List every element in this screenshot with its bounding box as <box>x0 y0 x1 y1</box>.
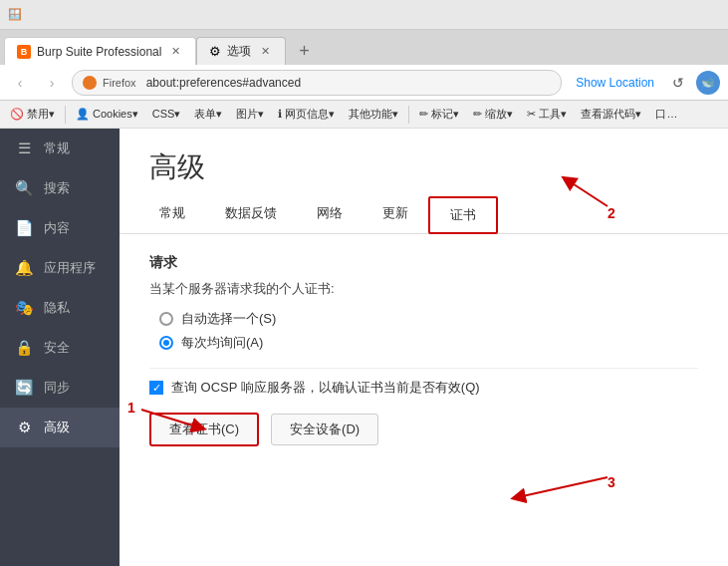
section-subtitle: 当某个服务器请求我的个人证书: <box>149 280 698 298</box>
firefox-icon <box>83 76 97 90</box>
bm-other-label: 其他功能▾ <box>349 107 398 122</box>
sidebar-label-general: 常规 <box>44 140 70 157</box>
tab-settings-close[interactable]: ✕ <box>257 44 273 60</box>
address-url: about:preferences#advanced <box>146 76 552 90</box>
bm-images-label: 图片▾ <box>236 107 264 122</box>
profile-button[interactable]: 🐋 <box>696 71 720 95</box>
bm-cookies-icon: 👤 <box>76 108 90 121</box>
bm-cookies[interactable]: 👤 Cookies▾ <box>70 106 144 123</box>
reload-button[interactable]: ↺ <box>668 73 688 93</box>
sidebar-item-content[interactable]: 📄 内容 <box>0 208 120 248</box>
bm-images[interactable]: 图片▾ <box>230 105 270 124</box>
section-title: 请求 <box>149 254 698 272</box>
section-divider <box>149 368 698 369</box>
bm-cookies-label: Cookies▾ <box>93 108 138 121</box>
sidebar: ☰ 常规 🔍 搜索 📄 内容 🔔 应用程序 🎭 隐私 🔒 安全 🔄 同步 ⚙ <box>0 129 120 566</box>
bm-viewsource[interactable]: 查看源代码▾ <box>575 105 647 124</box>
button-row: 查看证书(C) 安全设备(D) <box>149 413 698 446</box>
bm-forms[interactable]: 表单▾ <box>188 105 228 124</box>
bm-zoom-label: 缩放▾ <box>485 107 513 122</box>
bm-css-label: CSS▾ <box>152 108 181 121</box>
sidebar-item-search[interactable]: 🔍 搜索 <box>0 168 120 208</box>
bm-pageinfo-label: 网页信息▾ <box>285 107 335 122</box>
bm-tools[interactable]: ✂ 工具▾ <box>521 105 573 124</box>
radio-auto-label: 自动选择一个(S) <box>181 310 276 328</box>
radio-ask-circle[interactable] <box>159 336 173 350</box>
tab-burp-label: Burp Suite Professional <box>37 45 161 59</box>
sidebar-item-apps[interactable]: 🔔 应用程序 <box>0 248 120 288</box>
advanced-icon: ⚙ <box>14 418 34 437</box>
bm-more[interactable]: 口… <box>649 105 683 124</box>
search-icon: 🔍 <box>14 178 34 198</box>
tab-update[interactable]: 更新 <box>363 196 428 234</box>
show-location-button[interactable]: Show Location <box>570 74 660 92</box>
sidebar-item-privacy[interactable]: 🎭 隐私 <box>0 288 120 328</box>
bm-more-label: 口… <box>655 107 677 122</box>
radio-auto[interactable]: 自动选择一个(S) <box>159 310 698 328</box>
sidebar-label-advanced: 高级 <box>44 419 70 436</box>
apps-icon: 🔔 <box>14 258 34 278</box>
firefox-label: Firefox <box>103 77 136 89</box>
sidebar-item-sync[interactable]: 🔄 同步 <box>0 368 120 408</box>
bm-mark[interactable]: ✏ 标记▾ <box>413 105 465 124</box>
title-bar: 🪟 <box>0 0 728 30</box>
forward-button[interactable]: › <box>40 71 64 95</box>
main-layout: ☰ 常规 🔍 搜索 📄 内容 🔔 应用程序 🎭 隐私 🔒 安全 🔄 同步 ⚙ <box>0 129 728 566</box>
sidebar-item-general[interactable]: ☰ 常规 <box>0 129 120 168</box>
ocsp-checkbox-row[interactable]: ✓ 查询 OCSP 响应服务器，以确认证书当前是否有效(Q) <box>149 379 698 397</box>
tab-bar: B Burp Suite Professional ✕ ⚙ 选项 ✕ + <box>0 30 728 65</box>
tab-general[interactable]: 常规 <box>139 196 205 234</box>
sidebar-item-security[interactable]: 🔒 安全 <box>0 328 120 368</box>
tab-feedback[interactable]: 数据反馈 <box>205 196 297 234</box>
tab-settings-label: 选项 <box>227 43 251 60</box>
bm-css[interactable]: CSS▾ <box>146 106 187 123</box>
sidebar-label-content: 内容 <box>44 219 70 237</box>
settings-favicon: ⚙ <box>209 44 221 59</box>
bm-zoom-icon: ✏ <box>473 108 482 121</box>
bm-viewsource-label: 查看源代码▾ <box>581 107 641 122</box>
pref-tabs: 常规 数据反馈 网络 更新 证书 <box>120 196 728 234</box>
ocsp-label: 查询 OCSP 响应服务器，以确认证书当前是否有效(Q) <box>171 379 480 397</box>
tab-network[interactable]: 网络 <box>297 196 363 234</box>
new-tab-button[interactable]: + <box>290 37 318 65</box>
bm-mark-label: 标记▾ <box>431 107 459 122</box>
bm-zoom[interactable]: ✏ 缩放▾ <box>467 105 519 124</box>
ocsp-checkbox[interactable]: ✓ <box>149 381 163 395</box>
page-title: 高级 <box>120 129 728 196</box>
radio-ask[interactable]: 每次均询问(A) <box>159 334 698 352</box>
content-area: 高级 常规 数据反馈 网络 更新 证书 请求 当某个服务器请求我的个人证书: 自… <box>120 129 728 566</box>
privacy-icon: 🎭 <box>14 298 34 318</box>
radio-dot <box>163 340 169 346</box>
tab-burp-close[interactable]: ✕ <box>167 44 183 60</box>
sidebar-label-privacy: 隐私 <box>44 299 70 317</box>
security-icon: 🔒 <box>14 338 34 358</box>
address-input-wrap[interactable]: Firefox about:preferences#advanced <box>72 70 562 96</box>
sync-icon: 🔄 <box>14 378 34 398</box>
radio-group: 自动选择一个(S) 每次均询问(A) <box>159 310 698 352</box>
sidebar-label-search: 搜索 <box>44 179 70 197</box>
bm-other[interactable]: 其他功能▾ <box>343 105 404 124</box>
bm-forms-label: 表单▾ <box>194 107 222 122</box>
address-bar: ‹ › Firefox about:preferences#advanced S… <box>0 65 728 101</box>
bm-disable-label: 禁用▾ <box>27 107 55 122</box>
sidebar-label-apps: 应用程序 <box>44 259 96 277</box>
annotation-3: 3 <box>607 474 615 490</box>
bookmarks-bar: 🚫 禁用▾ 👤 Cookies▾ CSS▾ 表单▾ 图片▾ ℹ 网页信息▾ 其他… <box>0 101 728 129</box>
sidebar-item-advanced[interactable]: ⚙ 高级 <box>0 408 120 447</box>
view-cert-button[interactable]: 查看证书(C) <box>149 413 259 446</box>
bm-disable[interactable]: 🚫 禁用▾ <box>4 105 61 124</box>
tab-burp[interactable]: B Burp Suite Professional ✕ <box>4 37 196 65</box>
sidebar-label-sync: 同步 <box>44 379 70 397</box>
tab-cert[interactable]: 证书 <box>428 196 498 234</box>
radio-auto-circle[interactable] <box>159 312 173 326</box>
back-button[interactable]: ‹ <box>8 71 32 95</box>
bm-pageinfo[interactable]: ℹ 网页信息▾ <box>272 105 341 124</box>
arrow-3 <box>518 477 607 497</box>
tab-settings[interactable]: ⚙ 选项 ✕ <box>196 37 286 65</box>
bm-mark-icon: ✏ <box>419 108 428 121</box>
security-devices-button[interactable]: 安全设备(D) <box>271 414 378 445</box>
bm-tools-icon: ✂ <box>527 108 536 121</box>
bm-sep-1 <box>65 106 66 124</box>
bm-disable-icon: 🚫 <box>10 108 24 121</box>
pref-body: 请求 当某个服务器请求我的个人证书: 自动选择一个(S) 每次均询问(A) ✓ <box>120 234 728 466</box>
